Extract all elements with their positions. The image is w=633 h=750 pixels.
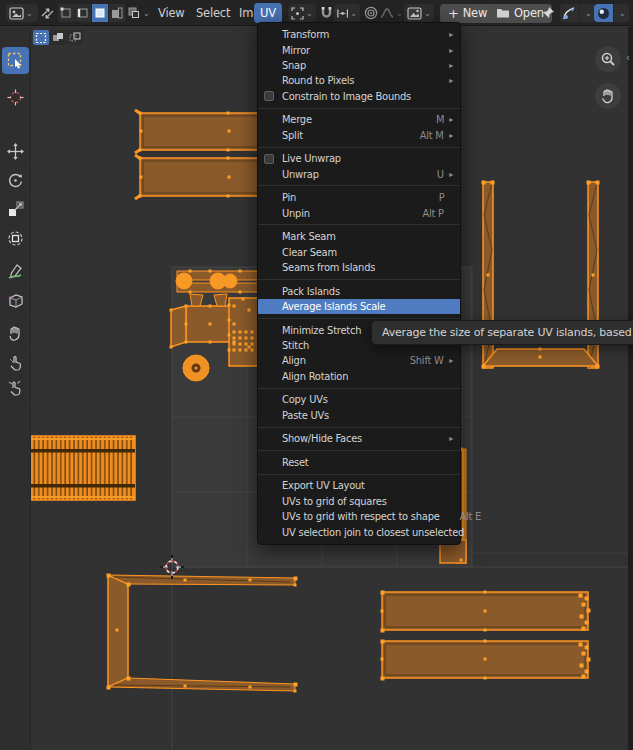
checkbox-icon xyxy=(264,154,274,164)
annotate-tool[interactable] xyxy=(2,258,29,285)
menu-separator xyxy=(258,388,460,389)
pin-image-button[interactable] xyxy=(541,3,555,23)
menu-select[interactable]: Select xyxy=(190,3,236,23)
pinch-icon xyxy=(7,379,24,396)
uv-island-top-rect-1[interactable] xyxy=(135,110,268,153)
pin-icon xyxy=(541,6,555,20)
new-image-button[interactable]: + New xyxy=(440,4,495,23)
select-new-icon xyxy=(35,32,47,44)
menu-item-constrain-to-image-bounds[interactable]: Constrain to Image Bounds xyxy=(258,89,460,104)
sync-selection-icon xyxy=(40,6,55,21)
snap-target-button[interactable]: ⌄ xyxy=(334,4,360,22)
menu-item-transform[interactable]: Transform ▸ xyxy=(258,27,460,42)
cursor-tool[interactable] xyxy=(2,84,29,111)
menu-item-align[interactable]: Align Shift W▸ xyxy=(258,353,460,368)
scale-icon xyxy=(7,201,24,218)
select-mode-extend-button[interactable] xyxy=(50,30,66,45)
pivot-icon xyxy=(291,7,304,20)
select-mode-options xyxy=(33,30,83,45)
render-slot-icon xyxy=(562,6,577,21)
rip-region-tool[interactable] xyxy=(2,287,29,314)
rotate-icon xyxy=(7,172,24,189)
edge-mode-icon xyxy=(77,7,89,19)
menu-item-mirror[interactable]: Mirror ▸ xyxy=(258,42,460,57)
chevron-down-icon: ⌄ xyxy=(585,9,592,18)
relax-icon xyxy=(7,354,24,371)
island-mode-button[interactable] xyxy=(109,4,125,22)
menu-item-align-rotation[interactable]: Align Rotation xyxy=(258,369,460,384)
menu-separator xyxy=(258,427,460,428)
display-channel-button[interactable]: ⌄ xyxy=(594,3,629,23)
editor-type-button[interactable]: ⌄ xyxy=(6,4,38,22)
menu-item-pin[interactable]: Pin P xyxy=(258,190,460,205)
menu-item-copy-uvs[interactable]: Copy UVs xyxy=(258,392,460,407)
zoom-gizmo[interactable] xyxy=(595,46,621,72)
render-slot-button[interactable]: ⌄ xyxy=(560,3,595,23)
pivot-point-button[interactable]: ⌄ xyxy=(288,4,316,22)
rotate-tool[interactable] xyxy=(2,167,29,194)
menu-item-average-islands-scale[interactable]: Average Islands Scale xyxy=(258,299,460,314)
menu-separator xyxy=(258,147,460,148)
sync-selection-button[interactable] xyxy=(40,3,55,23)
menu-item-unpin[interactable]: Unpin Alt P xyxy=(258,205,460,220)
menu-item-uv-selection-join-to-closest-unselected[interactable]: UV selection join to closest unselected xyxy=(258,524,460,539)
menu-item-uvs-to-grid-with-respect-to-shape[interactable]: UVs to grid with respect to shape Alt E xyxy=(258,509,460,524)
vertex-mode-icon xyxy=(60,7,72,19)
snap-toggle-button[interactable] xyxy=(320,3,333,23)
vertex-mode-button[interactable] xyxy=(58,4,74,22)
select-box-icon xyxy=(7,52,24,69)
menu-view[interactable]: View xyxy=(152,3,191,23)
menu-item-split[interactable]: Split Alt M▸ xyxy=(258,128,460,143)
menu-item-export-uv-layout[interactable]: Export UV Layout xyxy=(258,478,460,493)
menu-uv[interactable]: UV xyxy=(254,3,282,23)
region-edge xyxy=(628,27,633,750)
falloff-curve-icon xyxy=(380,6,394,20)
zoom-icon xyxy=(600,51,616,67)
menu-item-unwrap[interactable]: Unwrap U▸ xyxy=(258,167,460,182)
menu-item-reset[interactable]: Reset xyxy=(258,455,460,470)
chevron-down-icon: ⌄ xyxy=(396,9,403,18)
pan-hand-icon xyxy=(600,88,616,104)
grab-tool[interactable] xyxy=(2,320,29,347)
menu-item-live-unwrap[interactable]: Live Unwrap xyxy=(258,151,460,166)
checkbox-icon xyxy=(264,91,274,101)
scale-tool[interactable] xyxy=(2,196,29,223)
face-mode-icon xyxy=(94,7,106,19)
uv-island-top-rect-2[interactable] xyxy=(135,155,268,199)
region-collapse-arrow[interactable]: ‹ xyxy=(626,52,630,63)
menu-item-round-to-pixels[interactable]: Round to Pixels ▸ xyxy=(258,73,460,88)
island-mode-icon xyxy=(111,7,123,19)
menu-item-clear-seam[interactable]: Clear Seam xyxy=(258,244,460,259)
menu-item-paste-uvs[interactable]: Paste UVs xyxy=(258,408,460,423)
menu-item-show-hide-faces[interactable]: Show/Hide Faces ▸ xyxy=(258,431,460,446)
relax-tool[interactable] xyxy=(2,349,29,376)
select-mode-subtract-button[interactable] xyxy=(67,30,83,45)
menu-item-seams-from-islands[interactable]: Seams from Islands xyxy=(258,260,460,275)
pinch-tool[interactable] xyxy=(2,374,29,401)
annotate-icon xyxy=(7,263,24,280)
plus-icon: + xyxy=(448,6,459,21)
tooltip: Average the size of separate UV islands,… xyxy=(371,320,633,345)
uv-island-striped-block[interactable] xyxy=(18,436,135,500)
pan-gizmo[interactable] xyxy=(595,83,621,109)
sticky-select-button[interactable]: ⌄ xyxy=(127,3,150,23)
face-mode-button[interactable] xyxy=(92,4,108,22)
falloff-curve-button[interactable]: ⌄ xyxy=(380,3,403,23)
image-browse-button[interactable]: ⌄ xyxy=(404,4,434,22)
menu-item-snap[interactable]: Snap ▸ xyxy=(258,58,460,73)
move-icon xyxy=(7,143,24,160)
cursor-icon xyxy=(7,89,24,106)
menu-item-pack-islands[interactable]: Pack Islands xyxy=(258,283,460,298)
edge-mode-button[interactable] xyxy=(75,4,91,22)
menu-item-uvs-to-grid-of-squares[interactable]: UVs to grid of squares xyxy=(258,494,460,509)
transform-tool[interactable] xyxy=(2,225,29,252)
chevron-down-icon: ⌄ xyxy=(306,9,313,18)
select-box-tool[interactable] xyxy=(2,47,29,74)
proportional-edit-button[interactable] xyxy=(364,3,378,23)
chevron-down-icon: ⌄ xyxy=(619,9,626,18)
move-tool[interactable] xyxy=(2,138,29,165)
menu-item-merge[interactable]: Merge M▸ xyxy=(258,112,460,127)
chevron-down-icon: ⌄ xyxy=(424,9,431,18)
menu-item-mark-seam[interactable]: Mark Seam xyxy=(258,229,460,244)
select-mode-new-button[interactable] xyxy=(33,30,49,45)
